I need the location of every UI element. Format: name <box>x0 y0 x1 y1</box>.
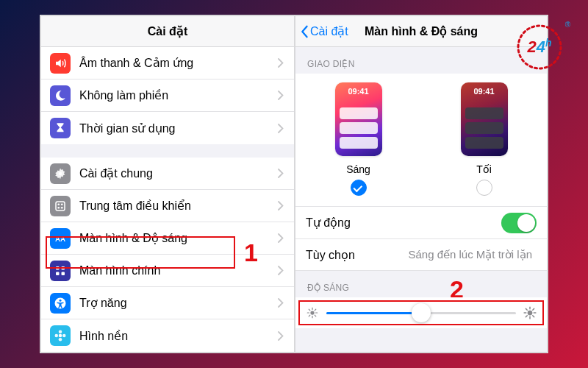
sun-low-icon <box>306 306 319 319</box>
svg-point-13 <box>59 334 62 338</box>
settings-row-label: Trung tâm điều khiển <box>79 199 278 213</box>
svg-point-2 <box>57 203 60 205</box>
mode-label: Sáng <box>346 163 370 175</box>
settings-row[interactable]: Không làm phiền <box>41 79 294 112</box>
options-row[interactable]: Tùy chọn Sáng đến lúc Mặt trời lặn <box>295 238 547 271</box>
svg-line-35 <box>533 308 534 310</box>
accessibility-icon <box>50 293 71 314</box>
svg-point-3 <box>61 203 63 205</box>
svg-point-12 <box>60 299 62 301</box>
chevron-right-icon <box>278 91 284 100</box>
section-header-appearance: GIAO DIỆN <box>295 47 547 74</box>
svg-rect-10 <box>62 272 65 275</box>
svg-rect-1 <box>56 202 65 210</box>
nav-bar: Cài đặt Màn hình & Độ sáng <box>295 16 547 47</box>
svg-point-18 <box>310 311 314 314</box>
watermark-24h: 24h ® <box>516 24 563 71</box>
settings-row-label: Cài đặt chung <box>79 166 278 180</box>
clock-label: 09:41 <box>461 87 508 96</box>
aa-icon: AA <box>50 228 71 249</box>
svg-point-4 <box>57 206 60 208</box>
settings-row-label: Âm thanh & Cảm ứng <box>79 56 278 70</box>
mode-label: Tối <box>476 163 492 175</box>
control-icon <box>50 196 71 216</box>
chevron-right-icon <box>278 201 284 210</box>
svg-line-26 <box>315 309 316 311</box>
moon-icon <box>50 85 71 106</box>
settings-row-label: Hình nền <box>79 329 278 343</box>
mode-radio[interactable] <box>476 180 492 196</box>
options-value: Sáng đến lúc Mặt trời lặn <box>408 248 532 261</box>
sun-high-icon <box>523 306 537 319</box>
svg-line-33 <box>533 316 534 317</box>
svg-point-14 <box>59 330 62 334</box>
chevron-right-icon <box>278 266 284 275</box>
settings-row[interactable]: Trợ năng <box>41 287 294 319</box>
back-label: Cài đặt <box>310 24 348 38</box>
section-header-brightness: ĐỘ SÁNG <box>295 271 547 297</box>
svg-point-36 <box>518 26 561 68</box>
svg-rect-9 <box>56 272 60 275</box>
chevron-right-icon <box>278 331 284 341</box>
sound-icon <box>50 53 71 74</box>
appearance-dark[interactable]: 09:41 Tối <box>440 82 528 196</box>
chevron-right-icon <box>278 169 284 178</box>
appearance-picker: 09:41 Sáng 09:41 Tối <box>295 74 547 206</box>
settings-row[interactable]: Trung tâm điều khiển <box>41 190 294 222</box>
grid-icon <box>50 261 71 281</box>
svg-line-34 <box>526 316 527 317</box>
settings-row[interactable]: Màn hình chính <box>41 255 294 287</box>
svg-point-27 <box>528 311 533 316</box>
appearance-light[interactable]: 09:41 Sáng <box>315 82 403 196</box>
svg-point-5 <box>61 206 63 208</box>
chevron-right-icon <box>278 124 284 133</box>
settings-row-label: Màn hình chính <box>79 264 278 277</box>
svg-rect-8 <box>62 266 65 270</box>
settings-row-label: Màn hình & Độ sáng <box>79 231 278 245</box>
settings-row[interactable]: Hình nền <box>41 319 294 352</box>
gear-icon <box>50 163 71 184</box>
settings-row-label: Trợ năng <box>79 296 278 310</box>
svg-text:AA: AA <box>55 234 65 242</box>
settings-screen: Cài đặt Âm thanh & Cảm ứng Không làm phi… <box>40 15 294 353</box>
brightness-slider[interactable] <box>326 312 516 314</box>
svg-line-24 <box>315 315 316 316</box>
settings-row[interactable]: Thời gian sử dụng <box>41 112 294 144</box>
svg-point-15 <box>59 338 62 342</box>
settings-row[interactable]: Cài đặt chung <box>41 158 294 190</box>
svg-line-25 <box>309 315 310 316</box>
svg-line-23 <box>309 309 310 311</box>
wallpaper-preview: 09:41 <box>461 82 508 156</box>
back-button[interactable]: Cài đặt <box>300 24 348 38</box>
options-label: Tùy chọn <box>306 248 408 262</box>
svg-rect-7 <box>56 266 60 270</box>
nav-bar: Cài đặt <box>41 16 294 47</box>
brightness-slider-row <box>295 297 547 328</box>
svg-point-17 <box>62 334 66 338</box>
display-brightness-screen: Cài đặt Màn hình & Độ sáng GIAO DIỆN 09:… <box>294 15 548 353</box>
chevron-right-icon <box>278 58 284 68</box>
settings-row[interactable]: Âm thanh & Cảm ứng <box>41 47 294 79</box>
mode-radio[interactable] <box>351 180 367 196</box>
automatic-label: Tự động <box>306 216 501 230</box>
page-title: Màn hình & Độ sáng <box>365 24 478 38</box>
clock-label: 09:41 <box>335 87 382 96</box>
chevron-right-icon <box>278 298 284 308</box>
hourglass-icon <box>50 118 71 138</box>
automatic-switch[interactable] <box>501 213 537 233</box>
flower-icon <box>50 325 71 346</box>
chevron-right-icon <box>278 233 284 243</box>
settings-list: Âm thanh & Cảm ứng Không làm phiền Thời … <box>41 47 294 352</box>
settings-row-label: Không làm phiền <box>79 88 278 102</box>
settings-row[interactable]: AA Màn hình & Độ sáng <box>41 222 294 255</box>
page-title: Cài đặt <box>148 24 187 38</box>
automatic-row[interactable]: Tự động <box>295 206 547 238</box>
svg-line-32 <box>526 308 527 310</box>
slider-knob[interactable] <box>412 303 431 322</box>
svg-point-16 <box>55 334 59 338</box>
settings-row-label: Thời gian sử dụng <box>79 121 278 135</box>
wallpaper-preview: 09:41 <box>335 82 382 156</box>
